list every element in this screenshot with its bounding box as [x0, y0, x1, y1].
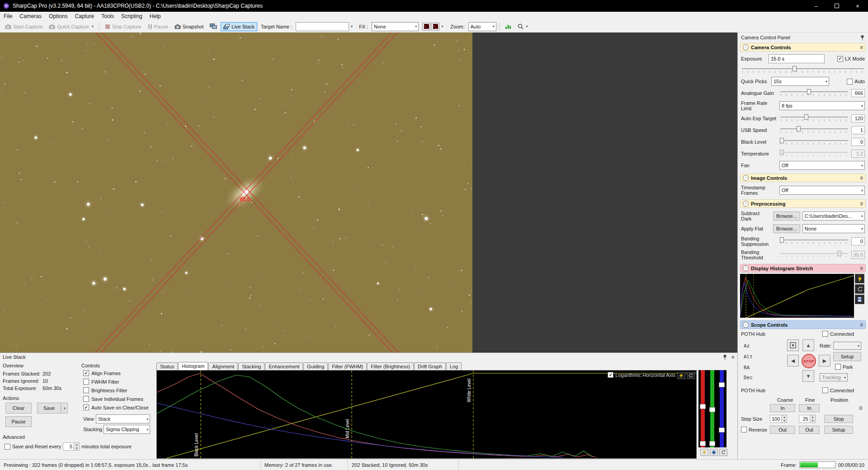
subtract-dark-dropdown[interactable]: C:\Users\badin\Des...▾ — [802, 212, 865, 221]
save-reset-interval-spinner[interactable]: 5 ▲▼ — [63, 442, 80, 451]
exposure-auto-checkbox[interactable] — [847, 79, 853, 85]
park-checkbox[interactable] — [835, 364, 841, 370]
minimize-button[interactable]: – — [806, 0, 826, 12]
auto-save-checkbox[interactable] — [83, 404, 89, 410]
frame-rate-limit-dropdown[interactable]: 8 fps▾ — [779, 101, 865, 110]
camera-preview-image[interactable]: 45,0 — [0, 33, 472, 352]
pin-icon[interactable] — [860, 35, 865, 41]
blue-black-handle[interactable] — [719, 428, 725, 432]
stop-capture-button[interactable]: Stop Capture — [102, 22, 144, 31]
spin-up-icon[interactable]: ▲ — [782, 415, 787, 419]
tab-drift-graph[interactable]: Drift Graph — [414, 362, 446, 370]
tab-filter-fwhm[interactable]: Filter (FWHM) — [328, 362, 367, 370]
green-level-bar[interactable] — [710, 370, 714, 447]
auto-stretch-button[interactable] — [855, 274, 864, 283]
subtract-dark-browse-button[interactable]: Browse... — [773, 212, 800, 221]
fan-dropdown[interactable]: Off▾ — [779, 161, 865, 170]
snapshot-button[interactable]: Snapshot — [172, 22, 206, 31]
menu-help[interactable]: Help — [146, 13, 165, 20]
blue-level-bar[interactable] — [720, 370, 724, 447]
collapse-icon[interactable]: ^ — [743, 265, 749, 271]
section-menu-icon[interactable]: ≡ — [860, 265, 863, 272]
black-level-slider[interactable] — [779, 138, 849, 146]
lx-mode-checkbox[interactable] — [837, 56, 843, 62]
spin-down-icon[interactable]: ▼ — [74, 446, 79, 450]
focus-in-fine-button[interactable]: In — [799, 404, 820, 412]
menu-scripting[interactable]: Scripting — [118, 13, 146, 20]
save-button[interactable]: Save — [37, 403, 61, 414]
apply-flat-browse-button[interactable]: Browse... — [773, 224, 800, 233]
tab-log[interactable]: Log — [446, 362, 462, 370]
focus-stop-button[interactable]: Stop — [824, 415, 853, 423]
usb-speed-slider[interactable] — [779, 126, 849, 134]
menu-options[interactable]: Options — [45, 13, 71, 20]
menu-capture[interactable]: Capture — [71, 13, 98, 20]
step-fine-spinner[interactable]: 25 ▲▼ — [799, 415, 816, 423]
start-capture-button[interactable]: Start Capture — [2, 22, 45, 31]
slew-stop-button[interactable]: STOP — [802, 354, 816, 368]
clear-button[interactable]: Clear — [5, 403, 32, 414]
focus-out-coarse-button[interactable]: Out — [770, 426, 795, 434]
focuser-connected-checkbox[interactable] — [822, 387, 828, 393]
histogram-tool-button[interactable] — [502, 22, 514, 31]
stack-histogram[interactable]: Black Level Mid Level White Level Logari… — [156, 370, 697, 459]
menu-file[interactable]: File — [0, 13, 16, 20]
collapse-icon[interactable]: ^ — [743, 201, 749, 207]
slew-left-button[interactable]: ◀ — [787, 355, 799, 367]
slew-right-button[interactable]: ▶ — [819, 355, 830, 367]
target-name-input[interactable] — [296, 22, 349, 31]
exposure-input[interactable] — [769, 54, 825, 63]
red-black-handle[interactable] — [700, 441, 706, 446]
save-split-caret[interactable]: ▾ — [61, 403, 68, 414]
close-button[interactable]: × — [847, 0, 868, 12]
red-level-bar[interactable] — [701, 370, 705, 447]
histogram-reset-button[interactable] — [687, 372, 695, 379]
chevron-down-icon[interactable]: ▾ — [351, 24, 353, 28]
focuser-setup-button[interactable]: Setup — [824, 426, 853, 434]
fx-dropdown[interactable]: None▾ — [372, 22, 419, 31]
log-axis-checkbox[interactable] — [608, 372, 613, 378]
blue-level-handle[interactable] — [719, 382, 725, 387]
section-menu-icon[interactable]: ≡ — [860, 44, 863, 51]
scope-connected-checkbox[interactable] — [822, 331, 828, 337]
stack-highlight-button[interactable] — [710, 449, 718, 456]
section-preprocessing[interactable]: ^ Preprocessing ≡ — [740, 199, 866, 208]
spin-up-icon[interactable]: ▲ — [74, 443, 79, 446]
analogue-gain-slider[interactable] — [779, 89, 849, 97]
spin-down-icon[interactable]: ▼ — [782, 419, 787, 423]
collapse-icon[interactable]: ^ — [743, 44, 749, 50]
banding-suppression-slider[interactable] — [779, 237, 849, 245]
timestamp-frames-dropdown[interactable]: Off▾ — [779, 186, 865, 195]
section-scope-controls[interactable]: ^ Scope Controls ≡ — [740, 320, 866, 329]
scope-setup-button[interactable]: Setup — [833, 352, 861, 361]
focus-in-coarse-button[interactable]: In — [770, 404, 795, 412]
tab-filter-brightness[interactable]: Filter (Brightness) — [367, 362, 414, 370]
menu-tools[interactable]: Tools — [98, 13, 118, 20]
spin-up-icon[interactable]: ▲ — [810, 415, 815, 419]
slew-up-button[interactable]: ▲ — [802, 339, 814, 351]
tab-enhancement[interactable]: Enhancement — [265, 362, 303, 370]
green-black-handle[interactable] — [709, 441, 715, 446]
section-menu-icon[interactable]: ≡ — [860, 322, 863, 328]
section-image-controls[interactable]: ^ Image Controls ≡ — [740, 174, 866, 182]
tab-guiding[interactable]: Guiding — [303, 362, 328, 370]
save-individual-checkbox[interactable] — [83, 396, 89, 402]
live-stack-button[interactable]: Live Stack — [221, 22, 257, 31]
spin-down-icon[interactable]: ▼ — [810, 419, 815, 423]
quick-capture-button[interactable]: Quick Capture ▾ — [46, 22, 96, 31]
align-frames-checkbox[interactable] — [83, 370, 89, 376]
display-white-swatch[interactable] — [431, 23, 439, 31]
section-menu-icon[interactable]: ≡ — [860, 175, 863, 181]
slew-frame-button[interactable] — [787, 339, 799, 351]
histogram-stretch-button[interactable] — [677, 372, 685, 379]
display-stretch-histogram[interactable] — [740, 274, 854, 318]
close-panel-icon[interactable]: × — [731, 354, 735, 361]
collapse-icon[interactable]: ^ — [743, 322, 749, 328]
apply-flat-dropdown[interactable]: None▾ — [802, 224, 865, 233]
pin-icon[interactable] — [722, 354, 727, 360]
pause-stack-button[interactable]: Pause — [5, 416, 32, 427]
tab-stacking[interactable]: Stacking — [238, 362, 264, 370]
brightness-filter-checkbox[interactable] — [83, 387, 89, 393]
tab-status[interactable]: Status — [156, 362, 178, 370]
step-coarse-spinner[interactable]: 100 ▲▼ — [770, 415, 787, 423]
